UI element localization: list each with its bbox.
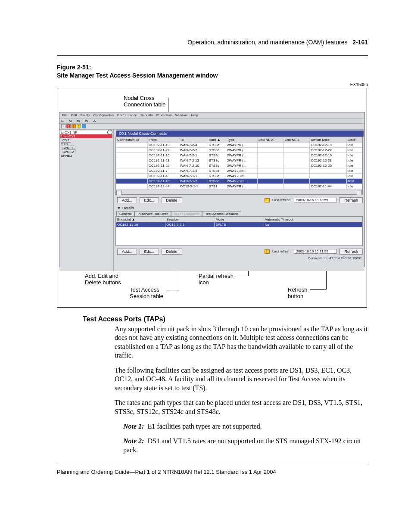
running-footer: Planning and Ordering Guide—Part 1 of 2 … xyxy=(57,469,368,475)
alarm-letter: A xyxy=(93,119,96,123)
details-label: Details xyxy=(122,206,134,210)
partial-refresh-icon[interactable] xyxy=(265,249,270,254)
menu-item[interactable]: File xyxy=(62,113,68,117)
leader xyxy=(235,276,248,276)
table-row[interactable]: OC192-11-10OC12-5-2-1SPLTENo xyxy=(116,222,362,227)
panel-title: OX1 Nodal Cross-Connects xyxy=(116,131,364,137)
test-access-session-table[interactable]: Endpoint ▲SessionModeAutomatic Timeout O… xyxy=(115,216,363,246)
horizontal-scrollbar[interactable] xyxy=(116,189,362,194)
menu-item[interactable]: Performance xyxy=(117,113,137,117)
alarm-letter: M xyxy=(69,119,72,123)
table-row[interactable]: OC192-11-10WAN-7-1-7STS3c2WAY (Bid...Tes… xyxy=(116,178,362,184)
cross-connect-table[interactable]: Connection IDFromToRate ▲TypeEnd NE AEnd… xyxy=(115,137,363,195)
menu-item[interactable]: Help xyxy=(191,113,198,117)
menubar: FileEditFaultsConfigurationPerformanceSe… xyxy=(59,112,364,118)
alarm-count: - xyxy=(82,124,86,128)
tab[interactable]: General xyxy=(116,211,134,216)
tree-item[interactable]: OX2 xyxy=(60,138,112,142)
edit-button[interactable]: Edit... xyxy=(140,249,159,255)
running-head: Operation, administration, and maintenan… xyxy=(57,39,368,46)
table-row[interactable]: OC192-11-16WAN-7-2-1STS3c2WAYPR (...OC19… xyxy=(116,152,362,158)
chapter-title: Operation, administration, and maintenan… xyxy=(187,39,347,46)
lower-button-row: Add... Edit... Delete Last refresh: 2003… xyxy=(114,246,364,255)
table-row[interactable]: OC192-11-4WAN-7-1-1STS3c2WAY (Bid...Idle xyxy=(116,173,362,178)
column-header[interactable]: From xyxy=(147,137,179,142)
alarm-count-boxes: -111- xyxy=(61,124,86,128)
partial-refresh-icon[interactable] xyxy=(265,198,270,202)
alarm-count: 1 xyxy=(77,124,81,128)
column-header[interactable]: Switch Mate xyxy=(310,137,346,142)
note-text: E1 facilities path types are not support… xyxy=(147,423,262,430)
page-number: 2-161 xyxy=(352,39,368,46)
tree-item[interactable]: SPNE3 xyxy=(60,154,112,158)
column-header[interactable]: Automatic Timeout xyxy=(264,217,362,222)
tree-item[interactable]: to OX1-NP xyxy=(60,131,112,134)
column-header[interactable]: Rate ▲ xyxy=(208,137,226,142)
rule-bottom xyxy=(57,465,368,465)
status-line: Connected to 47.114.240.88,10001 xyxy=(114,255,364,260)
menu-item[interactable]: Faults xyxy=(81,113,90,117)
menu-item[interactable]: Edit xyxy=(71,113,77,117)
column-header[interactable]: Type xyxy=(226,137,258,142)
column-header[interactable]: Endpoint ▲ xyxy=(116,217,165,222)
column-header[interactable]: To xyxy=(179,137,208,142)
menu-item[interactable]: Security xyxy=(140,113,153,117)
table-row[interactable]: OC192-11-25WAN-7-2-10STS3c2WAYPR (...OC1… xyxy=(116,163,362,168)
callout-partial-refresh-icon: Partial refresh icon xyxy=(199,273,234,286)
last-refresh-label: Last refresh: xyxy=(272,249,291,253)
alarm-count: - xyxy=(61,124,65,128)
note-label: Note 2: xyxy=(123,437,144,445)
delete-button[interactable]: Delete xyxy=(162,197,182,203)
tree-item[interactable]: SPNE2 xyxy=(60,150,112,154)
column-header[interactable]: State xyxy=(346,137,362,142)
delete-button[interactable]: Delete xyxy=(162,249,182,255)
menu-item[interactable]: Configuration xyxy=(93,113,114,117)
callout-test-access-session-table: Test Access Session table xyxy=(130,286,163,300)
table-row[interactable]: OC192-11-7WAN-7-1-4STS3c2WAY (Bid...Idle xyxy=(116,168,362,173)
paragraph: Any supported circuit pack in slots 3 th… xyxy=(115,325,368,360)
table-row[interactable]: OC192-12-44OC12-5-1-1STS12WAYPR (...OC19… xyxy=(116,184,362,189)
table-row[interactable]: OC192-11-28WAN-7-2-13STS3c2WAYPR (...OC1… xyxy=(116,158,362,163)
refresh-button[interactable]: Refresh xyxy=(339,249,363,255)
alarm-letter: C xyxy=(61,119,64,123)
table-row[interactable]: OC192-11-19WAN-7-2-4STS3c2WAYPR (...OC19… xyxy=(116,142,362,147)
table-row[interactable]: OC192-11-22WAN-7-2-7STS3c2WAYPR (...OC19… xyxy=(116,147,362,152)
add-button[interactable]: Add... xyxy=(117,197,137,203)
note-1: Note 1: E1 facilities path types are not… xyxy=(123,422,368,431)
menu-item[interactable]: Window xyxy=(175,113,187,117)
column-header[interactable]: Mode xyxy=(215,217,264,222)
callout-add-edit-delete: Add, Edit and Delete buttons xyxy=(85,273,121,286)
last-refresh-time: 2003-10-16 10:18:55 xyxy=(294,198,337,202)
note-2: Note 2: DS1 and VT1.5 rates are not supp… xyxy=(123,437,368,454)
nav-tree[interactable]: to OX1-NP1m=OX1OX2 OX3SPNE1SPNE2 SPNE3 xyxy=(59,130,114,271)
column-header[interactable]: End NE A xyxy=(257,137,283,142)
figure-box: Nodal Cross Connection table Add, Edit a… xyxy=(57,88,367,308)
column-header[interactable]: Session xyxy=(165,217,215,222)
tab[interactable]: Test Access Sessions xyxy=(202,211,241,216)
upper-button-row: Add... Edit... Delete Last refresh: 2003… xyxy=(114,195,364,204)
tab[interactable]: In-service Roll Over xyxy=(134,211,171,216)
figure-code: EX1505p xyxy=(57,82,368,87)
refresh-button[interactable]: Refresh xyxy=(339,197,363,203)
clock-icon xyxy=(107,130,112,135)
figure-number: Figure 2-51: xyxy=(57,63,368,72)
alarm-letters: CMmWA xyxy=(61,119,96,123)
add-button[interactable]: Add... xyxy=(117,249,137,255)
rule-top xyxy=(57,55,368,56)
menu-item[interactable]: Protection xyxy=(156,113,172,117)
alarm-bar: CMmWA xyxy=(59,118,364,124)
app-window: FileEditFaultsConfigurationPerformanceSe… xyxy=(59,112,365,267)
column-header[interactable]: Connection ID xyxy=(116,137,148,142)
callout-refresh-button: Refresh button xyxy=(288,286,308,300)
last-refresh-label: Last refresh: xyxy=(272,198,291,202)
column-header[interactable]: End NE Z xyxy=(283,137,310,142)
details-header[interactable]: Details xyxy=(114,204,364,211)
edit-button[interactable]: Edit... xyxy=(140,197,159,203)
figure-heading: Figure 2-51: Site Manager Test Access Se… xyxy=(57,63,368,80)
last-refresh-time: 2003-10-16 16:21:52 xyxy=(294,249,337,254)
section-heading: Test Access Ports (TAPs) xyxy=(83,315,368,323)
figure-title: Site Manager Test Access Session Managem… xyxy=(57,72,368,80)
alarm-letter: W xyxy=(85,119,88,123)
content-pane: Connection IDFromToRate ▲TypeEnd NE AEnd… xyxy=(114,130,364,271)
note-label: Note 1: xyxy=(123,423,144,430)
